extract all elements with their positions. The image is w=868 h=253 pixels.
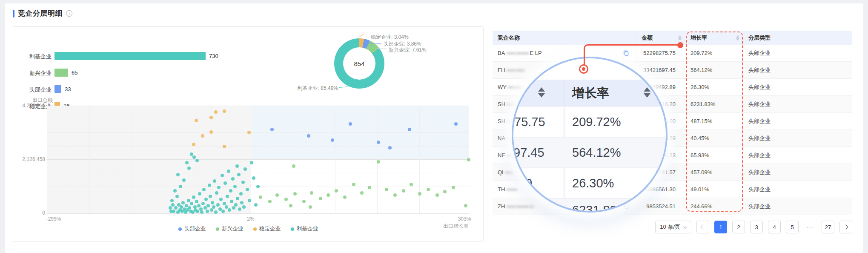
scatter-dot-利基企业 [233, 185, 237, 188]
donut-slice-label: 利基企业: 85.49% [296, 85, 338, 92]
scatter-dot-新兴企业 [319, 197, 322, 200]
y-tick: 0 [13, 210, 45, 216]
scatter-dot-利基企业 [241, 181, 245, 184]
company-suffix: E LP [530, 50, 542, 56]
scatter-dot-新兴企业 [385, 188, 388, 191]
scatter-dot-新兴企业 [402, 189, 405, 193]
layer-type-cell: 头部企业 [744, 62, 852, 78]
scatter-dot-头部企业 [270, 128, 274, 131]
scatter-dot-新兴企业 [259, 196, 262, 199]
redacted-company-name: ■■■■ ■■■■ [506, 68, 524, 72]
scatter-dot-利基企业 [187, 167, 191, 170]
scatter-dot-新兴企业 [393, 193, 397, 197]
scatter-dot-利基企业 [170, 199, 174, 202]
scatter-dot-利基企业 [229, 189, 232, 193]
page-button-1[interactable]: 1 [714, 221, 727, 233]
magnified-amount-fragment: 97.45 [513, 146, 544, 160]
bar-利基企业[interactable] [54, 52, 206, 60]
legend-label: 新兴企业 [222, 225, 243, 233]
y-tick: 2,126,458 [13, 156, 45, 162]
redacted-company-name: ■■■ [507, 153, 513, 158]
pagination: 10 条/页 12345···27 [655, 221, 852, 233]
scatter-dot-新兴企业 [452, 186, 455, 189]
gridline-zero [251, 106, 251, 213]
magnified-growth-value: 26.30% [572, 176, 614, 190]
prev-page-button[interactable] [696, 221, 709, 233]
gridline [132, 106, 132, 213]
magnifier-overlay: 增长率 75.75 209.72% 97.45 564.12% 89 26.30… [512, 57, 667, 213]
scatter-dot-头部企业 [388, 146, 392, 150]
scatter-dot-新兴企业 [309, 205, 312, 209]
scatter-dot-利基企业 [252, 176, 255, 180]
chevron-left-icon [700, 224, 705, 229]
bar-category-label: 新兴企业 [17, 69, 52, 77]
magnified-partial-value: 6231.83 [572, 203, 617, 211]
layer-type-cell: 头部企业 [744, 147, 852, 164]
scatter-dot-新兴企业 [467, 158, 470, 161]
scatter-dot-新兴企业 [302, 200, 306, 203]
scatter-dot-新兴企业 [310, 191, 313, 195]
scatter-dot-新兴企业 [327, 193, 330, 197]
company-prefix: FH [498, 67, 505, 73]
bar-头部企业[interactable] [54, 85, 61, 93]
legend-item-利基企业[interactable]: 利基企业 [291, 225, 318, 233]
table-row[interactable]: ZH■■■■ ■■■■■■ ■■9853524.51244.66%头部企业 [493, 198, 852, 215]
scatter-dot-新兴企业 [443, 190, 447, 193]
donut-leader-line [375, 49, 386, 49]
scatter-dot-新兴企业 [268, 200, 272, 203]
bar-新兴企业[interactable] [54, 69, 68, 77]
layer-type-cell: 头部企业 [744, 130, 852, 147]
scatter-dot-利基企业 [181, 201, 185, 204]
page-button-27[interactable]: 27 [822, 221, 834, 233]
layer-type-cell: 头部企业 [744, 113, 852, 129]
gridline [47, 200, 469, 200]
charts-panel: 利基企业730新兴企业65头部企业33稳定企业26 854 稳定企业: 3.04… [13, 26, 484, 242]
scatter-dot-新兴企业 [275, 193, 279, 197]
row-separator [513, 167, 666, 168]
scatter-dot-稳定企业 [192, 143, 195, 146]
scatter-dot-利基企业 [209, 195, 212, 198]
scatter-dot-头部企业 [307, 134, 310, 138]
scatter-dot-利基企业 [176, 173, 180, 176]
magnified-growth-value: 564.12% [572, 146, 621, 160]
scatter-dot-利基企业 [219, 198, 223, 201]
scatter-dot-新兴企业 [368, 186, 371, 189]
scatter-dot-利基企业 [235, 164, 239, 168]
page-button-3[interactable]: 3 [750, 221, 763, 233]
scatter-dot-利基企业 [171, 203, 175, 207]
next-page-button[interactable] [839, 221, 852, 233]
info-icon[interactable]: i [66, 10, 72, 17]
page-button-5[interactable]: 5 [786, 221, 799, 233]
gridline [174, 106, 174, 213]
chevron-right-icon [843, 224, 848, 229]
layer-type-cell: 头部企业 [744, 198, 852, 215]
magnified-amount-fragment: 75.75 [514, 115, 545, 129]
scatter-dot-利基企业 [215, 191, 218, 195]
company-prefix: SH [498, 118, 505, 124]
donut-leader-line [359, 34, 364, 37]
page-size-select[interactable]: 10 条/页 [655, 221, 691, 233]
legend-item-新兴企业[interactable]: 新兴企业 [216, 225, 243, 233]
scatter-dot-利基企业 [190, 202, 193, 205]
scatter-dot-利基企业 [173, 189, 177, 193]
page-button-4[interactable]: 4 [768, 221, 781, 233]
gridline [47, 213, 469, 214]
scatter-dot-利基企业 [221, 210, 225, 213]
table-header-row: 竞企名称金额增长率分层类型 [493, 31, 852, 45]
scatter-legend: 头部企业新兴企业稳定企业利基企业 [13, 225, 483, 233]
sort-icon[interactable] [678, 35, 682, 40]
scatter-dot-利基企业 [192, 155, 196, 159]
scatter-dot-利基企业 [182, 178, 186, 182]
gridline [47, 106, 469, 106]
column-header-label: 竞企名称 [498, 34, 520, 42]
legend-item-稳定企业[interactable]: 稳定企业 [253, 225, 281, 233]
scatter-dot-利基企业 [232, 206, 235, 210]
page-button-2[interactable]: 2 [732, 221, 745, 233]
scatter-dot-利基企业 [223, 181, 227, 185]
scatter-dot-利基企业 [175, 195, 179, 198]
bar-category-label: 利基企业 [17, 53, 52, 60]
layer-type-cell: 头部企业 [744, 96, 852, 112]
donut-center-total: 854 [343, 47, 375, 80]
magnified-growth-header: 增长率 [572, 80, 609, 106]
legend-item-头部企业[interactable]: 头部企业 [178, 225, 206, 233]
